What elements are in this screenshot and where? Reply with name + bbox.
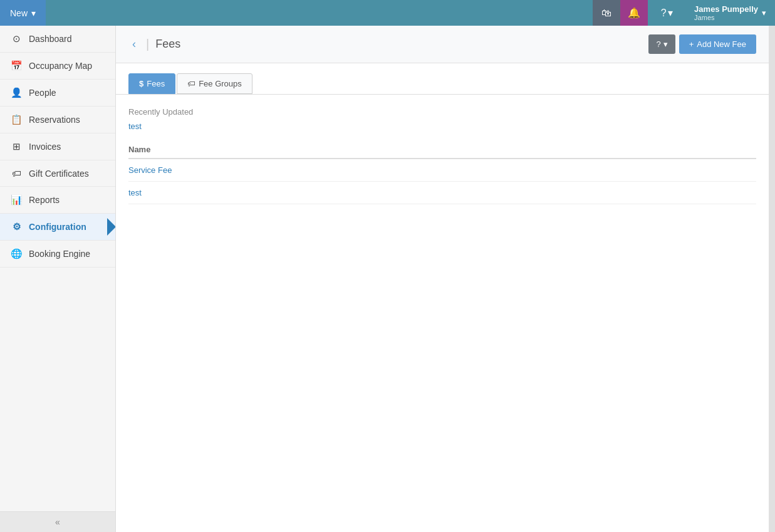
main-body: ⊙ Dashboard 📅 Occupancy Map 👤 People 📋 R… [0,26,775,532]
sidebar-label-gift-certificates: Gift Certificates [29,169,89,179]
fee-name-test[interactable]: test [128,188,142,197]
user-dropdown-icon: ▾ [762,8,766,18]
sidebar-item-reports[interactable]: 📊 Reports [0,187,115,214]
top-nav: New ▾ 🛍 🔔 ? ▾ James Pumpelly James ▾ [0,0,775,26]
new-label: New [10,8,28,18]
sidebar-item-gift-certificates[interactable]: 🏷 Gift Certificates [0,160,115,187]
back-button[interactable]: ‹ [128,36,140,52]
sidebar-label-reservations: Reservations [29,115,80,125]
help-label: ? [656,39,660,49]
sidebar-item-occupancy-map[interactable]: 📅 Occupancy Map [0,53,115,80]
bell-button[interactable]: 🔔 [620,0,648,26]
help-button[interactable]: ? ▾ [648,34,675,54]
table-row: test [128,182,756,204]
add-new-fee-button[interactable]: + Add New Fee [679,34,756,54]
page-header: ‹ | Fees ? ▾ + Add New Fee [116,26,769,63]
page-header-left: ‹ | Fees [128,36,180,52]
sidebar-label-invoices: Invoices [29,142,61,152]
sidebar-collapse-button[interactable]: « [0,511,115,532]
recent-link[interactable]: test [128,122,756,131]
collapse-icon: « [55,517,60,527]
tabs-bar: $ Fees 🏷 Fee Groups [116,63,769,94]
sidebar-item-reservations[interactable]: 📋 Reservations [0,107,115,133]
separator-line: | [146,37,149,51]
top-nav-left: New ▾ [0,0,46,26]
content-area: ‹ | Fees ? ▾ + Add New Fee $ Fees [116,26,769,532]
store-button[interactable]: 🛍 [593,0,620,26]
help-dropdown-icon: ▾ [663,39,668,49]
sidebar-label-reports: Reports [29,195,60,205]
gift-certificates-icon: 🏷 [10,168,23,179]
reports-icon: 📊 [10,194,23,206]
reservations-icon: 📋 [10,114,23,125]
user-shortname: James [694,14,714,21]
new-dropdown-icon: ▾ [31,8,36,18]
sidebar-label-dashboard: Dashboard [29,34,72,44]
user-fullname: James Pumpelly [694,4,758,14]
page-title: Fees [155,38,180,51]
invoices-icon: ⊞ [10,141,23,152]
dashboard-icon: ⊙ [10,33,23,44]
add-icon: + [689,39,694,49]
fees-tab-label: Fees [147,79,165,88]
sidebar: ⊙ Dashboard 📅 Occupancy Map 👤 People 📋 R… [0,26,116,532]
help-nav-dropdown-icon: ▾ [668,7,673,19]
back-icon: ‹ [132,38,136,50]
fee-groups-tab-icon: 🏷 [187,79,195,88]
help-nav-button[interactable]: ? ▾ [648,0,685,26]
fee-name-service-fee[interactable]: Service Fee [128,165,172,175]
tab-fee-groups[interactable]: 🏷 Fee Groups [177,73,252,94]
top-nav-right: 🛍 🔔 ? ▾ James Pumpelly James ▾ [593,0,775,26]
store-icon: 🛍 [601,8,611,19]
table-header-name: Name [128,141,756,159]
bell-icon: 🔔 [628,7,640,19]
people-icon: 👤 [10,87,23,98]
recently-updated-section: Recently Updated test [128,107,756,131]
right-scrollbar[interactable] [769,26,775,532]
sidebar-label-configuration: Configuration [29,222,86,232]
content-body: Recently Updated test Name Service Fee t… [116,95,769,217]
sidebar-item-invoices[interactable]: ⊞ Invoices [0,133,115,160]
sidebar-item-configuration[interactable]: ⚙ Configuration [0,214,115,241]
fees-table: Name Service Fee test [128,141,756,204]
configuration-icon: ⚙ [10,221,23,232]
user-menu-button[interactable]: James Pumpelly James ▾ [685,0,775,26]
sidebar-item-booking-engine[interactable]: 🌐 Booking Engine [0,241,115,268]
help-nav-label: ? [661,8,667,19]
header-actions: ? ▾ + Add New Fee [648,34,756,54]
user-name-block: James Pumpelly James [694,4,758,21]
table-row: Service Fee [128,159,756,182]
sidebar-label-occupancy-map: Occupancy Map [29,61,92,71]
occupancy-map-icon: 📅 [10,60,23,71]
fee-groups-tab-label: Fee Groups [199,79,242,88]
active-indicator [107,218,116,236]
sidebar-item-people[interactable]: 👤 People [0,80,115,107]
tab-fees[interactable]: $ Fees [128,73,175,94]
sidebar-label-people: People [29,88,56,98]
fees-tab-icon: $ [139,79,143,88]
sidebar-label-booking-engine: Booking Engine [29,249,90,259]
recently-updated-label: Recently Updated [128,107,756,117]
add-new-label: Add New Fee [697,39,746,49]
sidebar-item-dashboard[interactable]: ⊙ Dashboard [0,26,115,53]
booking-engine-icon: 🌐 [10,248,23,259]
new-button[interactable]: New ▾ [0,0,46,26]
